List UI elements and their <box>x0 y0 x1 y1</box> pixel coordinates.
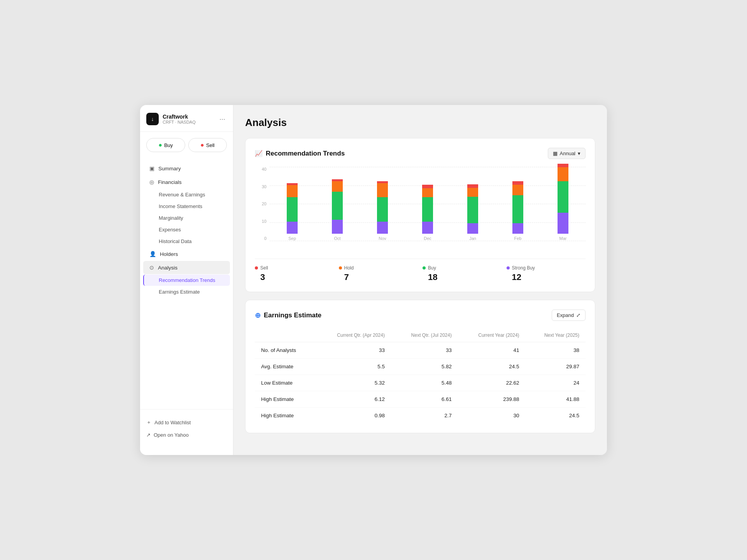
sidebar-item-holders[interactable]: 👤 Holders <box>143 247 230 261</box>
sidebar-sub-item-rec-trends[interactable]: Recommendation Trends <box>143 275 230 286</box>
bar-seg-sell <box>512 181 523 185</box>
bar-seg-buy <box>467 197 478 223</box>
buy-dot <box>423 266 426 270</box>
summary-icon: ▣ <box>149 165 154 172</box>
buy-label: Buy <box>164 142 173 148</box>
bar-month-label: Mar <box>559 236 567 241</box>
buy-button[interactable]: ● Buy <box>146 138 185 152</box>
strong-buy-dot <box>507 266 510 270</box>
chart-y-labels: 40 30 20 10 0 <box>255 167 267 241</box>
sidebar-sub-label-income: Income Statements <box>159 203 202 209</box>
sidebar-sub-item-expenses[interactable]: Expenses <box>143 224 230 235</box>
bar-seg-hold <box>422 188 433 197</box>
bar-seg-buy <box>512 195 523 223</box>
table-row: Low Estimate5.325.4822.6224 <box>255 375 586 391</box>
add-watchlist-button[interactable]: ＋ Add to Watchlist <box>146 416 227 429</box>
legend-hold: Hold 7 <box>339 265 418 282</box>
bar-seg-hold <box>377 183 388 197</box>
table-cell-col2: 5.82 <box>391 359 458 375</box>
legend-strong-buy: Strong Buy 12 <box>507 265 586 282</box>
analysis-icon: ⊙ <box>149 264 154 271</box>
bar-column-oct: Oct <box>315 179 360 241</box>
nav-section-main: ▣ Summary ◎ Financials Revenue & Earning… <box>140 158 233 301</box>
bar-seg-buy <box>287 197 298 222</box>
bar-seg-strong_buy <box>558 213 568 234</box>
legend-buy: Buy 18 <box>423 265 502 282</box>
sidebar-sub-item-revenue[interactable]: Revenue & Earnings <box>143 189 230 200</box>
sidebar-sub-item-earnings-est[interactable]: Earnings Estimate <box>143 286 230 298</box>
action-buttons: ● Buy ● Sell <box>140 132 233 158</box>
chart-legend: Sell 3 Hold 7 Buy 18 <box>255 259 586 282</box>
chevron-down-icon: ▾ <box>578 150 580 156</box>
table-cell-col1: 5.5 <box>315 359 391 375</box>
strong-buy-value: 12 <box>507 272 586 282</box>
bar-seg-strong_buy <box>332 220 343 234</box>
bar-seg-buy <box>332 192 343 220</box>
chart-bars-container: SepOctNovDecJanFebMar <box>270 167 586 241</box>
bar-seg-hold <box>287 185 298 197</box>
sidebar-item-financials[interactable]: ◎ Financials <box>143 175 230 189</box>
watchlist-label: Add to Watchlist <box>154 420 191 425</box>
hold-dot <box>339 266 342 270</box>
more-options-button[interactable]: ··· <box>218 114 227 125</box>
bar-seg-buy <box>422 197 433 222</box>
bar-stack-jan <box>467 184 478 234</box>
table-cell-col1: 33 <box>315 342 391 359</box>
col-header-3: Current Year (2024) <box>458 329 526 342</box>
bar-seg-strong_buy <box>422 222 433 234</box>
company-ticker: CRFT · NASDAQ <box>163 120 196 124</box>
y-label-40: 40 <box>255 167 267 172</box>
sidebar-sub-label-marginality: Marginality <box>159 215 183 221</box>
earnings-table: Current Qtr. (Apr 2024) Next Qtr. (Jul 2… <box>255 329 586 424</box>
bar-seg-buy <box>558 181 568 213</box>
legend-strong-buy-label: Strong Buy <box>507 265 586 271</box>
bar-seg-hold <box>467 188 478 197</box>
expand-label: Expand <box>557 312 574 318</box>
watchlist-icon: ＋ <box>146 419 151 426</box>
sell-button[interactable]: ● Sell <box>188 138 227 152</box>
col-header-1: Current Qtr. (Apr 2024) <box>315 329 391 342</box>
annual-dropdown-button[interactable]: ▦ Annual ▾ <box>548 148 586 159</box>
main-content: Analysis 📈 Recommendation Trends ▦ Annua… <box>233 105 607 455</box>
bar-stack-mar <box>558 164 568 234</box>
sidebar-item-analysis[interactable]: ⊙ Analysis <box>143 261 230 274</box>
sidebar-sub-item-income[interactable]: Income Statements <box>143 201 230 212</box>
bar-stack-oct <box>332 179 343 234</box>
sidebar-sub-label-earnings-est: Earnings Estimate <box>159 289 200 295</box>
bar-seg-sell <box>558 164 568 167</box>
sidebar-item-label-holders: Holders <box>160 251 178 257</box>
col-header-4: Next Year (2025) <box>526 329 586 342</box>
sidebar-sub-label-revenue: Revenue & Earnings <box>159 192 205 198</box>
sidebar: ↓ Craftwork CRFT · NASDAQ ··· ● Buy ● Se… <box>140 105 233 455</box>
sidebar-sub-item-marginality[interactable]: Marginality <box>143 212 230 224</box>
table-cell-col3: 24.5 <box>458 359 526 375</box>
bar-seg-hold <box>512 185 523 195</box>
open-yahoo-button[interactable]: ↗ Open on Yahoo <box>146 429 227 441</box>
financials-icon: ◎ <box>149 179 154 185</box>
bars-group: SepOctNovDecJanFebMar <box>270 167 586 241</box>
table-cell-col1: 6.12 <box>315 391 391 408</box>
bar-stack-feb <box>512 181 523 234</box>
bar-column-dec: Dec <box>405 185 450 241</box>
bar-column-nov: Nov <box>360 181 405 241</box>
sidebar-sub-label-rec-trends: Recommendation Trends <box>159 277 215 283</box>
table-cell-col3: 30 <box>458 408 526 424</box>
expand-button[interactable]: Expand ⤢ <box>552 310 586 321</box>
sidebar-item-summary[interactable]: ▣ Summary <box>143 162 230 175</box>
strong-buy-label-text: Strong Buy <box>512 265 535 271</box>
grid-line-0 <box>270 241 586 241</box>
bar-seg-strong_buy <box>467 223 478 234</box>
bar-seg-sell <box>422 185 433 188</box>
logo-letter: ↓ <box>151 116 154 122</box>
sell-dot-icon: ● <box>200 142 204 149</box>
bar-seg-buy <box>377 197 388 222</box>
recommendation-trends-header: 📈 Recommendation Trends ▦ Annual ▾ <box>255 148 586 159</box>
bar-month-label: Dec <box>424 236 431 241</box>
earnings-icon: ⊕ <box>255 311 261 320</box>
sidebar-sub-item-historical[interactable]: Historical Data <box>143 236 230 247</box>
company-info: Craftwork CRFT · NASDAQ <box>163 114 196 124</box>
table-cell-col4: 24 <box>526 375 586 391</box>
y-label-30: 30 <box>255 184 267 189</box>
earnings-estimate-header: ⊕ Earnings Estimate Expand ⤢ <box>255 310 586 321</box>
sidebar-item-label-financials: Financials <box>158 179 182 185</box>
